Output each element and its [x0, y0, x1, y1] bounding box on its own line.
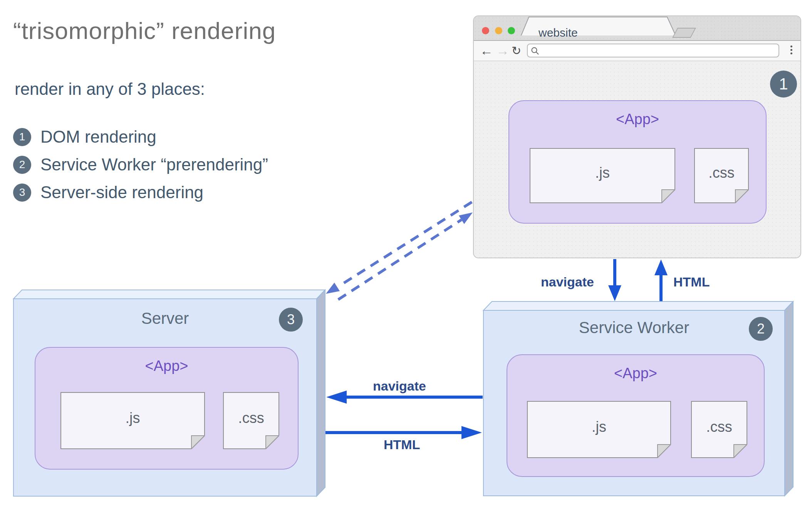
list-badge-1: 1 — [13, 128, 31, 146]
list-item-sw-prerendering: 2 Service Worker “prerendering” — [13, 155, 268, 174]
js-file-label: .js — [60, 392, 205, 444]
server-app-box: <App> .js .css — [35, 347, 299, 470]
step-badge-1: 1 — [770, 71, 797, 98]
minimize-window-button[interactable] — [495, 27, 502, 34]
app-label: <App> — [509, 111, 766, 128]
step-badge-2: 2 — [749, 317, 773, 341]
browser-window: website ← → ↻ 1 <App> — [473, 15, 801, 258]
browser-menu-button[interactable] — [790, 45, 793, 56]
html-arrow-up — [654, 259, 668, 301]
list-item-label: DOM rendering — [40, 127, 156, 147]
dashed-arrow-to-browser — [338, 212, 473, 300]
html-vertical-label: HTML — [673, 275, 710, 290]
navigate-horizontal-label: navigate — [373, 379, 426, 394]
tab-title: website — [539, 26, 578, 39]
list-item-label: Service Worker “prerendering” — [40, 155, 268, 174]
html-horizontal-label: HTML — [384, 437, 420, 452]
service-worker-title: Service Worker — [483, 318, 785, 337]
js-file: .js — [60, 392, 205, 449]
list-item-label: Server-side rendering — [40, 183, 203, 202]
maximize-window-button[interactable] — [508, 27, 515, 34]
browser-titlebar: website — [474, 16, 800, 41]
app-label: <App> — [507, 365, 764, 382]
css-file: .css — [223, 392, 279, 449]
navigate-vertical-label: navigate — [541, 275, 594, 290]
css-file: .css — [691, 401, 747, 458]
css-file-label: .css — [694, 148, 749, 198]
app-label: <App> — [35, 358, 298, 374]
browser-app-box: <App> .js .css — [508, 100, 767, 224]
server-title: Server — [13, 309, 317, 328]
reload-button[interactable]: ↻ — [512, 42, 521, 60]
step-badge-3: 3 — [279, 308, 303, 332]
page-subtitle: render in any of 3 places: — [15, 79, 205, 99]
dashed-arrow-to-server — [326, 202, 472, 294]
list-item-server-side-rendering: 3 Server-side rendering — [13, 183, 268, 202]
js-file: .js — [527, 401, 671, 458]
service-worker-app-box: <App> .js .css — [507, 354, 765, 477]
js-file-label: .js — [527, 401, 671, 453]
css-file: .css — [694, 148, 749, 203]
back-button[interactable]: ← — [480, 42, 493, 60]
list-item-dom-rendering: 1 DOM rendering — [13, 127, 268, 147]
page-title: “trisomorphic” rendering — [13, 17, 276, 44]
close-window-button[interactable] — [482, 27, 489, 34]
forward-button[interactable]: → — [496, 42, 509, 60]
browser-navbar: ← → ↻ — [474, 41, 800, 61]
css-file-label: .css — [223, 392, 279, 444]
css-file-label: .css — [691, 401, 747, 453]
render-places-list: 1 DOM rendering 2 Service Worker “preren… — [13, 127, 268, 211]
list-badge-2: 2 — [13, 156, 31, 174]
address-input[interactable] — [527, 44, 779, 57]
search-icon — [531, 47, 539, 55]
js-file-label: .js — [530, 148, 675, 198]
list-badge-3: 3 — [13, 184, 31, 202]
trisomorphic-rendering-diagram: “trisomorphic” rendering render in any o… — [0, 0, 812, 512]
js-file: .js — [530, 148, 675, 203]
navigate-arrow-down — [608, 259, 621, 301]
